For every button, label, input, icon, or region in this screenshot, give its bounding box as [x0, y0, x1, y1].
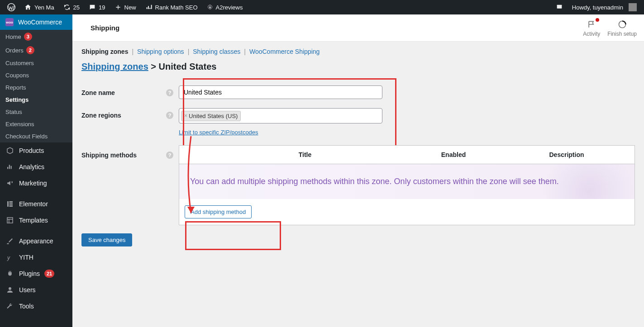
products-icon	[5, 146, 14, 155]
elementor-icon	[5, 199, 14, 209]
col-description: Description	[499, 146, 634, 164]
plugins-badge: 21	[44, 270, 54, 278]
sub-reports[interactable]: Reports	[0, 81, 72, 94]
col-title: Title	[202, 146, 408, 164]
sub-settings[interactable]: Settings	[0, 94, 72, 106]
woocommerce-submenu: Home3 Orders2 Customers Coupons Reports …	[0, 30, 72, 142]
finish-setup-button[interactable]: Finish setup	[607, 19, 637, 37]
woocommerce-icon: woo	[5, 18, 14, 26]
tab-wc-shipping[interactable]: WooCommerce Shipping	[249, 48, 320, 55]
zone-regions-label: Zone regions	[81, 112, 121, 119]
progress-icon	[617, 19, 628, 30]
shipping-methods-table: Title Enabled Description You can add mu…	[179, 145, 635, 225]
zip-postcodes-link[interactable]: Limit to specific ZIP/postcodes	[179, 129, 258, 136]
a2reviews-label: A2reviews	[216, 4, 243, 11]
save-changes-button[interactable]: Save changes	[81, 233, 132, 246]
add-shipping-method-button[interactable]: Add shipping method	[185, 205, 252, 218]
updates-count: 25	[73, 4, 80, 11]
breadcrumb-current: United States	[159, 62, 217, 71]
svg-rect-6	[10, 205, 13, 207]
svg-rect-5	[10, 204, 13, 205]
sidebar-analytics[interactable]: Analytics	[0, 159, 72, 175]
wp-logo[interactable]	[4, 0, 19, 14]
admin-bar: Yen Ma 25 19 New Rank Math SEO A2reviews…	[0, 0, 644, 14]
content-area: Shipping Activity Finish setup Shipping …	[72, 14, 644, 327]
sidebar-marketing[interactable]: Marketing	[0, 175, 72, 191]
rank-math-bar[interactable]: Rank Math SEO	[142, 0, 201, 14]
comments[interactable]: 19	[85, 0, 109, 14]
sub-extensions[interactable]: Extensions	[0, 118, 72, 130]
site-name[interactable]: Yen Ma	[21, 0, 58, 14]
site-name-label: Yen Ma	[34, 4, 54, 11]
avatar	[629, 3, 637, 11]
sub-coupons[interactable]: Coupons	[0, 69, 72, 81]
help-icon[interactable]: ?	[166, 112, 173, 119]
sub-customers[interactable]: Customers	[0, 57, 72, 69]
sidebar-woocommerce-label: WooCommerce	[18, 19, 62, 26]
chart-icon	[145, 4, 153, 11]
tabs: Shipping zones | Shipping options | Ship…	[81, 42, 635, 62]
sidebar-templates[interactable]: Templates	[0, 212, 72, 228]
sub-checkout-fields[interactable]: Checkout Fields	[0, 130, 72, 142]
new-content[interactable]: New	[111, 0, 140, 14]
breadcrumb-root[interactable]: Shipping zones	[81, 62, 148, 71]
sidebar-elementor[interactable]: Elementor	[0, 196, 72, 212]
help-icon[interactable]: ?	[166, 152, 173, 159]
templates-icon	[5, 216, 14, 225]
new-label: New	[124, 4, 136, 11]
col-enabled: Enabled	[408, 146, 499, 164]
zone-name-label: Zone name	[81, 89, 115, 96]
home-icon	[24, 4, 32, 11]
breadcrumb: Shipping zones > United States	[81, 62, 635, 81]
svg-point-1	[209, 6, 211, 8]
activity-button[interactable]: Activity	[583, 19, 600, 37]
notifications-icon[interactable]	[552, 0, 567, 14]
howdy-text: Howdy, tuyenadmin	[572, 4, 623, 11]
svg-point-9	[9, 287, 11, 290]
page-header: Shipping Activity Finish setup	[72, 14, 644, 42]
yith-icon: y	[5, 253, 14, 262]
remove-chip-icon[interactable]: ×	[184, 113, 187, 119]
home-badge: 3	[24, 33, 32, 41]
sub-home[interactable]: Home3	[0, 30, 72, 43]
sidebar-yith[interactable]: y YITH	[0, 249, 72, 265]
comments-count: 19	[99, 4, 105, 11]
sidebar-woocommerce[interactable]: woo WooCommerce	[0, 14, 72, 30]
help-icon[interactable]: ?	[166, 89, 173, 96]
megaphone-icon	[5, 179, 14, 188]
users-icon	[5, 285, 14, 294]
flag-icon	[586, 19, 597, 30]
sidebar-products[interactable]: Products	[0, 142, 72, 159]
updates[interactable]: 25	[60, 0, 83, 14]
a2reviews-bar[interactable]: A2reviews	[203, 0, 247, 14]
analytics-icon	[5, 162, 14, 171]
svg-rect-3	[7, 201, 9, 207]
notification-dot	[596, 18, 599, 22]
sidebar-users[interactable]: Users	[0, 282, 72, 298]
svg-text:y: y	[7, 255, 10, 261]
zone-name-input[interactable]	[179, 85, 382, 99]
page-title: Shipping	[80, 24, 119, 32]
sub-orders[interactable]: Orders2	[0, 43, 72, 57]
table-header: Title Enabled Description	[179, 146, 634, 164]
comment-icon	[89, 4, 96, 11]
wordpress-icon	[7, 3, 15, 11]
refresh-icon	[63, 4, 71, 11]
tab-shipping-classes[interactable]: Shipping classes	[193, 48, 240, 55]
account-menu[interactable]: Howdy, tuyenadmin	[568, 0, 640, 14]
rank-math-label: Rank Math SEO	[155, 4, 198, 11]
zone-regions-select[interactable]: × United States (US)	[179, 108, 382, 123]
sidebar-plugins[interactable]: Plugins 21	[0, 265, 72, 282]
tab-shipping-zones[interactable]: Shipping zones	[81, 48, 128, 55]
tab-shipping-options[interactable]: Shipping options	[137, 48, 184, 55]
svg-rect-7	[7, 218, 13, 223]
admin-sidebar: woo WooCommerce Home3 Orders2 Customers …	[0, 14, 72, 327]
annotation-highlight-button	[185, 221, 281, 250]
sidebar-tools[interactable]: Tools	[0, 298, 72, 314]
sub-status[interactable]: Status	[0, 106, 72, 118]
svg-rect-2	[557, 5, 562, 9]
wrench-icon	[5, 302, 14, 311]
shipping-methods-label: Shipping methods	[81, 152, 137, 159]
sidebar-appearance[interactable]: Appearance	[0, 233, 72, 249]
orders-badge: 2	[26, 46, 34, 54]
